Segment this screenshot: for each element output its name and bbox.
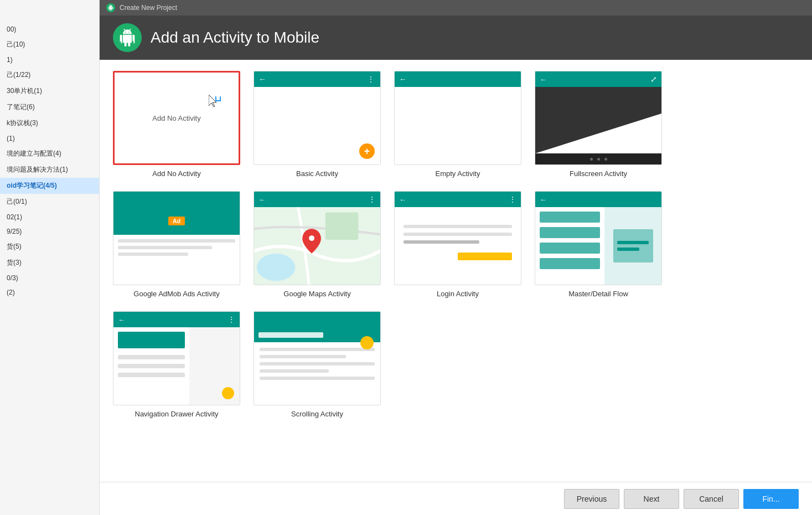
md-list-item bbox=[540, 258, 600, 269]
scrolling-activity-label: Scrolling Activity bbox=[291, 410, 343, 418]
fs-dark-half bbox=[535, 87, 661, 153]
activity-card-master-detail[interactable]: ← bbox=[535, 191, 662, 298]
sidebar-item[interactable]: 02(1) bbox=[0, 210, 99, 224]
scrolling-activity-thumbnail[interactable] bbox=[254, 311, 381, 405]
nd-body bbox=[113, 327, 240, 405]
cursor-position bbox=[209, 95, 220, 110]
no-activity-text: Add No Activity bbox=[152, 114, 200, 122]
login-activity-label: Login Activity bbox=[437, 290, 479, 298]
sidebar-item[interactable]: 0/3) bbox=[0, 271, 99, 285]
dialog-content: Add No Activity Add No Activity ← ⋮ bbox=[100, 60, 812, 482]
sidebar-item[interactable]: 30单片机(1) bbox=[0, 83, 99, 99]
scroll-body bbox=[254, 342, 380, 405]
activity-card-fullscreen[interactable]: ← ⤢ Fullscreen Activity bbox=[535, 71, 662, 178]
nav-drawer-label: Navigation Drawer Activity bbox=[135, 410, 219, 418]
cancel-button[interactable]: Cancel bbox=[684, 489, 739, 509]
master-detail-label: Master/Detail Flow bbox=[568, 290, 628, 298]
next-button[interactable]: Next bbox=[624, 489, 679, 509]
maps-activity-label: Google Maps Activity bbox=[283, 290, 350, 298]
admob-activity-label: Google AdMob Ads Activity bbox=[133, 290, 219, 298]
sidebar-item[interactable]: 货(5) bbox=[0, 239, 99, 255]
activity-card-admob[interactable]: Ad Google AdMob Ads Activity bbox=[113, 191, 240, 298]
back-arrow-icon: ← bbox=[540, 75, 547, 84]
sidebar-item[interactable]: 境问题及解决方法(1) bbox=[0, 162, 99, 178]
activity-card-basic[interactable]: ← ⋮ + Basic Activity bbox=[254, 71, 381, 178]
menu-dots-icon: ⋮ bbox=[227, 315, 235, 324]
scroll-title bbox=[258, 332, 323, 338]
sidebar-item[interactable]: 00) bbox=[0, 22, 99, 37]
sidebar-item[interactable]: 己(10) bbox=[0, 37, 99, 53]
finish-button[interactable]: Fin... bbox=[743, 489, 799, 509]
menu-dots-icon: ⋮ bbox=[509, 195, 516, 204]
fs-dot bbox=[597, 158, 600, 161]
scroll-line bbox=[260, 355, 346, 358]
previous-button[interactable]: Previous bbox=[564, 489, 619, 509]
nd-topbar: ← ⋮ bbox=[113, 312, 240, 327]
activity-card-empty[interactable]: ← Empty Activity bbox=[394, 71, 521, 178]
nd-drawer bbox=[113, 327, 189, 405]
login-btn bbox=[458, 253, 512, 260]
menu-dots-icon: ⋮ bbox=[368, 195, 376, 204]
basic-activity-thumbnail[interactable]: ← ⋮ + bbox=[254, 71, 381, 165]
sidebar-item[interactable]: 1) bbox=[0, 53, 99, 67]
sidebar-item[interactable]: 境的建立与配置(4) bbox=[0, 146, 99, 162]
fs-dot bbox=[604, 158, 607, 161]
am-content-line bbox=[118, 253, 188, 256]
back-arrow-icon: ← bbox=[258, 195, 266, 204]
empty-activity-thumbnail[interactable]: ← bbox=[394, 71, 521, 165]
maps-activity-thumbnail[interactable]: ← ⋮ bbox=[254, 191, 381, 285]
no-activity-label: Add No Activity bbox=[152, 169, 200, 178]
sidebar-item[interactable]: (2) bbox=[0, 285, 99, 300]
sidebar-item[interactable]: oid学习笔记(4/5) bbox=[0, 178, 99, 194]
activity-card-scrolling[interactable]: Scrolling Activity bbox=[254, 311, 381, 418]
sidebar-item[interactable]: 9/25) bbox=[0, 224, 99, 239]
sidebar-item[interactable]: k协议栈(3) bbox=[0, 115, 99, 131]
sidebar-item[interactable]: 己(1/22) bbox=[0, 67, 99, 83]
login-stars bbox=[404, 240, 479, 244]
md-list bbox=[535, 207, 604, 285]
android-icon bbox=[106, 3, 115, 12]
svg-point-4 bbox=[309, 235, 314, 241]
fab-icon: + bbox=[359, 143, 375, 159]
dialog-title: Add an Activity to Mobile bbox=[151, 29, 319, 47]
md-topbar: ← bbox=[535, 192, 661, 207]
login-topbar: ← ⋮ bbox=[395, 192, 521, 207]
am-body: Ad bbox=[113, 207, 240, 285]
scroll-fab-icon bbox=[360, 336, 374, 349]
fullscreen-activity-thumbnail[interactable]: ← ⤢ bbox=[535, 71, 662, 165]
nd-drawer-header bbox=[118, 332, 185, 348]
md-detail-line bbox=[617, 241, 649, 244]
sidebar-item[interactable]: 了笔记(6) bbox=[0, 99, 99, 115]
android-studio-header-icon bbox=[113, 23, 142, 52]
activity-card-maps[interactable]: ← ⋮ bbox=[254, 191, 381, 298]
admob-activity-thumbnail[interactable]: Ad bbox=[113, 191, 240, 285]
dialog-header: Add an Activity to Mobile bbox=[100, 16, 812, 60]
activity-card-nav-drawer[interactable]: ← ⋮ Navigation Drawer bbox=[113, 311, 240, 418]
master-detail-thumbnail[interactable]: ← bbox=[535, 191, 662, 285]
md-list-item bbox=[540, 212, 600, 223]
am-ad-banner: Ad bbox=[113, 207, 240, 235]
basic-phone-body: + bbox=[254, 87, 380, 164]
scroll-line bbox=[260, 369, 329, 373]
scroll-line bbox=[260, 362, 375, 365]
activity-card-no-activity[interactable]: Add No Activity Add No Activity bbox=[113, 71, 240, 178]
sidebar-item[interactable]: (1) bbox=[0, 131, 99, 146]
empty-activity-label: Empty Activity bbox=[436, 169, 480, 178]
fs-topbar: ← ⤢ bbox=[535, 71, 661, 87]
sidebar-item[interactable]: 货(3) bbox=[0, 255, 99, 271]
back-arrow-icon: ← bbox=[399, 75, 407, 84]
sidebar-item[interactable]: 己(0/1) bbox=[0, 194, 99, 210]
md-list-item bbox=[540, 243, 600, 254]
ad-label: Ad bbox=[168, 217, 185, 225]
window-titlebar: Create New Project bbox=[100, 0, 812, 16]
nd-fab-icon bbox=[222, 387, 234, 399]
nav-drawer-thumbnail[interactable]: ← ⋮ bbox=[113, 311, 240, 405]
no-activity-thumbnail[interactable]: Add No Activity bbox=[113, 71, 240, 165]
activity-card-login[interactable]: ← ⋮ Login Activity bbox=[394, 191, 521, 298]
back-arrow-icon: ← bbox=[399, 195, 406, 204]
window-title-text: Create New Project bbox=[120, 4, 177, 12]
login-activity-thumbnail[interactable]: ← ⋮ bbox=[394, 191, 521, 285]
back-arrow-icon: ← bbox=[118, 316, 125, 324]
empty-phone-topbar: ← bbox=[395, 71, 521, 87]
menu-dots-icon: ⋮ bbox=[367, 75, 376, 84]
